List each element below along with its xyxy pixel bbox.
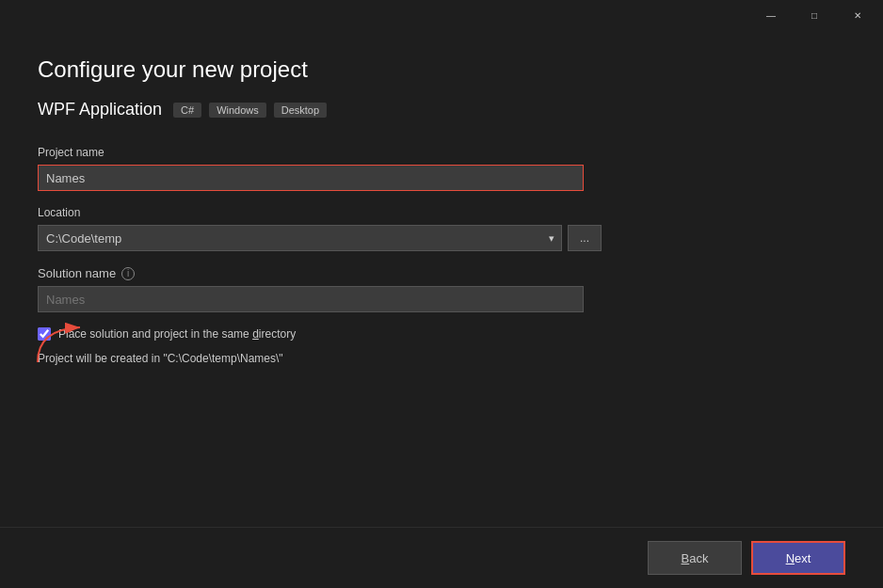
- next-label: Next: [786, 551, 811, 565]
- project-type-row: WPF Application C# Windows Desktop: [38, 100, 845, 119]
- project-name-input[interactable]: [38, 165, 584, 191]
- location-select[interactable]: C:\Code\temp: [38, 225, 562, 251]
- tag-csharp: C#: [173, 103, 201, 118]
- project-name-group: Project name: [38, 146, 845, 191]
- checkbox-section: Place solution and project in the same d…: [38, 327, 845, 341]
- page-title: Configure your new project: [38, 56, 845, 83]
- minimize-button[interactable]: —: [749, 0, 793, 30]
- next-button[interactable]: Next: [751, 541, 845, 575]
- back-button[interactable]: Back: [648, 541, 742, 575]
- checkbox-row: Place solution and project in the same d…: [38, 327, 845, 341]
- browse-button[interactable]: ...: [568, 225, 602, 251]
- maximize-button[interactable]: □: [793, 0, 836, 30]
- project-type-label: WPF Application: [38, 100, 162, 119]
- checkbox-label: Place solution and project in the same d…: [58, 327, 296, 341]
- back-label: Back: [682, 551, 709, 565]
- close-button[interactable]: ✕: [836, 0, 879, 30]
- location-select-wrapper: C:\Code\temp: [38, 225, 562, 251]
- project-path-info: Project will be created in "C:\Code\temp…: [38, 352, 845, 365]
- solution-name-input[interactable]: [38, 286, 584, 312]
- main-content: Configure your new project WPF Applicati…: [0, 30, 883, 384]
- tag-desktop: Desktop: [274, 103, 327, 118]
- location-label: Location: [38, 206, 845, 219]
- solution-name-group: Solution name i: [38, 266, 845, 312]
- project-name-label: Project name: [38, 146, 845, 159]
- solution-name-label-row: Solution name i: [38, 266, 845, 280]
- location-row: C:\Code\temp ...: [38, 225, 845, 251]
- same-directory-checkbox[interactable]: [38, 327, 51, 341]
- tag-windows: Windows: [209, 103, 266, 118]
- solution-name-info-icon[interactable]: i: [121, 267, 135, 280]
- solution-name-label-text: Solution name: [38, 266, 116, 280]
- footer: Back Next: [0, 527, 883, 588]
- title-bar: — □ ✕: [0, 0, 883, 30]
